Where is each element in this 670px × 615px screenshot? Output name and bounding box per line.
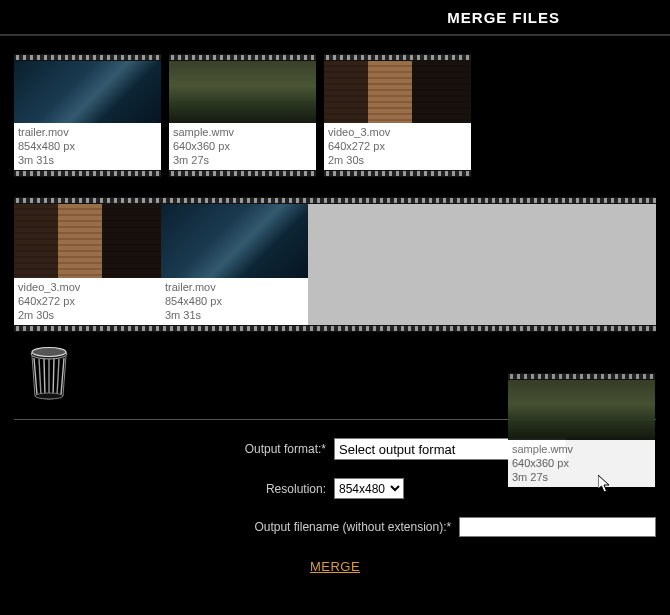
clip-meta: trailer.mov854x480 px3m 31s <box>161 278 308 325</box>
merge-button-row: MERGE <box>14 555 656 574</box>
svg-point-9 <box>35 393 63 399</box>
clip-meta: video_3.mov640x272 px2m 30s <box>14 278 161 325</box>
clip-filename: video_3.mov <box>328 125 467 139</box>
filename-input[interactable] <box>459 517 656 537</box>
filmstrip-border <box>508 373 655 380</box>
page-title: MERGE FILES <box>447 9 560 26</box>
svg-line-4 <box>44 359 45 397</box>
clip-filename: sample.wmv <box>173 125 312 139</box>
clip-duration: 2m 30s <box>18 308 157 322</box>
clip-duration: 3m 31s <box>18 153 157 167</box>
clip-filename: sample.wmv <box>512 442 651 456</box>
svg-line-7 <box>57 359 59 396</box>
clip-thumbnail <box>14 61 161 123</box>
video-clip[interactable]: video_3.mov640x272 px2m 30s <box>14 204 161 325</box>
header: MERGE FILES <box>0 0 670 36</box>
source-clips-row: trailer.mov854x480 px3m 31ssample.wmv640… <box>0 36 670 177</box>
clip-thumbnail <box>161 204 308 278</box>
video-clip[interactable]: video_3.mov640x272 px2m 30s <box>324 54 471 177</box>
clip-dimensions: 640x272 px <box>328 139 467 153</box>
clip-meta: sample.wmv640x360 px3m 27s <box>169 123 316 170</box>
clip-duration: 3m 31s <box>165 308 304 322</box>
filmstrip-border <box>14 54 161 61</box>
merge-target-body[interactable]: video_3.mov640x272 px2m 30strailer.mov85… <box>14 204 656 325</box>
filmstrip-border <box>14 197 656 204</box>
dragging-clip-ghost[interactable]: sample.wmv640x360 px3m 27s <box>508 373 655 487</box>
clip-duration: 2m 30s <box>328 153 467 167</box>
video-clip[interactable]: trailer.mov854x480 px3m 31s <box>161 204 308 325</box>
svg-point-1 <box>32 348 66 357</box>
filmstrip-border <box>14 170 161 177</box>
filmstrip-border <box>169 170 316 177</box>
merge-button[interactable]: MERGE <box>310 559 360 574</box>
form-row-filename: Output filename (without extension):* <box>14 517 656 537</box>
clip-dimensions: 854x480 px <box>18 139 157 153</box>
clip-dimensions: 854x480 px <box>165 294 304 308</box>
clip-meta: video_3.mov640x272 px2m 30s <box>324 123 471 170</box>
video-clip[interactable]: trailer.mov854x480 px3m 31s <box>14 54 161 177</box>
svg-line-3 <box>39 359 41 396</box>
clip-dimensions: 640x360 px <box>173 139 312 153</box>
clip-thumbnail <box>14 204 161 278</box>
clip-dimensions: 640x272 px <box>18 294 157 308</box>
filmstrip-border <box>324 170 471 177</box>
video-clip[interactable]: sample.wmv640x360 px3m 27s <box>169 54 316 177</box>
clip-filename: trailer.mov <box>165 280 304 294</box>
filmstrip-border <box>324 54 471 61</box>
clip-thumbnail <box>169 61 316 123</box>
clip-filename: trailer.mov <box>18 125 157 139</box>
merge-target-area[interactable]: video_3.mov640x272 px2m 30strailer.mov85… <box>14 197 656 332</box>
trash-icon[interactable] <box>28 346 70 400</box>
clip-dimensions: 640x360 px <box>512 456 651 470</box>
resolution-label: Resolution: <box>14 482 334 496</box>
resolution-select[interactable]: 854x480 <box>334 478 404 499</box>
filmstrip-border <box>169 54 316 61</box>
clip-thumbnail <box>508 380 655 440</box>
clip-thumbnail <box>324 61 471 123</box>
clip-duration: 3m 27s <box>512 470 651 484</box>
clip-filename: video_3.mov <box>18 280 157 294</box>
svg-line-6 <box>53 359 54 397</box>
filename-label: Output filename (without extension):* <box>14 520 459 534</box>
clip-duration: 3m 27s <box>173 153 312 167</box>
filmstrip-border <box>14 325 656 332</box>
clip-meta: sample.wmv640x360 px3m 27s <box>508 440 655 487</box>
output-format-label: Output format:* <box>14 442 334 456</box>
clip-meta: trailer.mov854x480 px3m 31s <box>14 123 161 170</box>
